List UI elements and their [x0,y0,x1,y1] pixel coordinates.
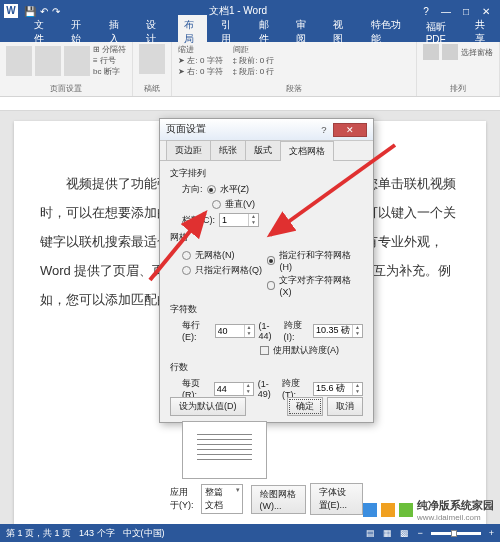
window-close-button[interactable]: ✕ [476,6,496,17]
grid-label: 网格 [170,231,363,244]
per-line-label: 每行(E): [182,319,211,342]
draw-grid-button[interactable]: 绘图网格(W)... [251,485,306,514]
dialog-help-button[interactable]: ? [315,124,333,135]
view-read-icon[interactable]: ▤ [366,528,375,538]
ribbon: ⊞ 分隔符 ≡ 行号 bc 断字 页面设置 稿纸 缩进 ➤ 左: 0 字符 ➤ … [0,42,500,97]
dialog-tab-margins[interactable]: 页边距 [166,140,211,160]
line-pitch-spinner[interactable]: ▲▼ [313,382,363,396]
font-settings-button[interactable]: 字体设置(E)... [310,483,363,515]
ruler[interactable] [0,97,500,111]
dialog-footer: 设为默认值(D) 确定 取消 [170,397,363,416]
paper-settings-button[interactable] [139,44,165,74]
group-label-paragraph: 段落 [178,83,410,94]
char-pitch-input[interactable] [314,325,352,337]
chars-section: 字符数 每行(E): ▲▼ (1-44) 跨度(I): ▲▼ 使用默认跨度(A) [170,303,363,357]
dialog-tab-layout[interactable]: 版式 [245,140,281,160]
per-page-input[interactable] [215,383,243,395]
radio-no-grid[interactable] [182,251,191,260]
line-numbers-button[interactable]: ≡ 行号 [93,55,126,66]
radio-no-grid-label: 无网格(N) [195,249,235,262]
per-line-range: (1-44) [259,321,280,341]
margins-button[interactable] [35,46,61,76]
zoom-slider[interactable] [431,532,481,535]
cancel-button[interactable]: 取消 [327,397,363,416]
wrap-text-button[interactable] [442,44,458,60]
watermark: 纯净版系统家园 www.idaimeil.com [363,498,494,522]
window-help-icon[interactable]: ? [416,6,436,17]
lines-section: 行数 每页(R): ▲▼ (1-49) 跨度(T): ▲▼ [170,361,363,400]
text-direction-button[interactable] [6,46,32,76]
status-page[interactable]: 第 1 页，共 1 页 [6,527,71,540]
group-label-paper: 稿纸 [139,83,165,94]
spacing-after-input[interactable]: ‡ 段后: 0 行 [233,66,275,77]
dialog-close-button[interactable]: ✕ [333,123,367,137]
dialog-titlebar[interactable]: 页面设置 ? ✕ [160,119,373,141]
ok-button[interactable]: 确定 [287,397,323,416]
radio-vertical[interactable] [212,200,221,209]
radio-horizontal-label: 水平(Z) [220,183,250,196]
ribbon-group-paragraph: 缩进 ➤ 左: 0 字符 ➤ 右: 0 字符 间距 ‡ 段前: 0 行 ‡ 段后… [172,42,417,96]
lines-label: 行数 [170,361,363,374]
per-page-spinner[interactable]: ▲▼ [214,382,254,396]
use-default-pitch-label: 使用默认跨度(A) [273,344,339,357]
view-print-icon[interactable]: ▦ [383,528,392,538]
dialog-title: 页面设置 [166,123,315,136]
apply-to-select[interactable]: 整篇文档 [201,484,243,514]
spacing-label: 间距 [233,44,275,55]
watermark-url: www.idaimeil.com [417,513,494,522]
indent-label: 缩进 [178,44,222,55]
zoom-out-button[interactable]: − [417,528,422,538]
window-minimize-button[interactable]: — [436,6,456,17]
radio-align-grid[interactable] [267,281,276,290]
radio-spec-grid-label: 指定行和字符网格(H) [279,249,363,272]
orientation-button[interactable] [64,46,90,76]
ribbon-group-paper: 稿纸 [133,42,172,96]
status-bar: 第 1 页，共 1 页 143 个字 中文(中国) ▤ ▦ ▩ − + [0,524,500,542]
position-button[interactable] [423,44,439,60]
per-line-spinner[interactable]: ▲▼ [215,324,255,338]
text-direction-label: 文字排列 [170,167,363,180]
radio-align-grid-label: 文字对齐字符网格(X) [279,274,363,297]
status-lang[interactable]: 中文(中国) [123,527,165,540]
window-maximize-button[interactable]: □ [456,6,476,17]
group-label-page-setup: 页面设置 [6,83,126,94]
columns-spinner[interactable]: ▲▼ [219,213,259,227]
app-icon: W [4,4,18,18]
radio-lines-only[interactable] [182,266,191,275]
text-direction-section: 文字排列 方向: 水平(Z) 垂直(V) 栏数(C): ▲▼ [170,167,363,227]
use-default-pitch-checkbox[interactable] [260,346,269,355]
selection-pane-button[interactable]: 选择窗格 [461,47,493,58]
direction-label: 方向: [182,183,203,196]
breaks-button[interactable]: ⊞ 分隔符 [93,44,126,55]
chars-label: 字符数 [170,303,363,316]
watermark-text: 纯净版系统家园 [417,498,494,513]
radio-spec-grid[interactable] [267,256,276,265]
dialog-tab-paper[interactable]: 纸张 [210,140,246,160]
watermark-icon [399,503,413,517]
spacing-before-input[interactable]: ‡ 段前: 0 行 [233,55,275,66]
ribbon-group-page-setup: ⊞ 分隔符 ≡ 行号 bc 断字 页面设置 [0,42,133,96]
status-words[interactable]: 143 个字 [79,527,115,540]
columns-label: 栏数(C): [182,214,215,227]
hyphenation-button[interactable]: bc 断字 [93,66,126,77]
page-setup-dialog: 页面设置 ? ✕ 页边距 纸张 版式 文档网格 文字排列 方向: 水平(Z) 垂… [159,118,374,423]
preview-box [182,421,267,479]
columns-input[interactable] [220,214,248,226]
line-pitch-input[interactable] [314,383,352,395]
char-pitch-spinner[interactable]: ▲▼ [313,324,363,338]
watermark-icon [381,503,395,517]
indent-left-input[interactable]: ➤ 左: 0 字符 [178,55,222,66]
view-web-icon[interactable]: ▩ [400,528,409,538]
grid-section: 网格 无网格(N) 只指定行网格(Q) 指定行和字符网格(H) 文字对齐字符网格… [170,231,363,299]
radio-vertical-label: 垂直(V) [225,198,255,211]
char-pitch-label: 跨度(I): [284,319,309,342]
radio-horizontal[interactable] [207,185,216,194]
dialog-body: 文字排列 方向: 水平(Z) 垂直(V) 栏数(C): ▲▼ 网格 无网格(N)… [160,161,373,523]
ribbon-tabs: 文件 开始 插入 设计 布局 引用 邮件 审阅 视图 特色功能 福昕PDF 共享 [0,22,500,42]
per-line-input[interactable] [216,325,244,337]
dialog-tab-grid[interactable]: 文档网格 [280,141,334,161]
zoom-in-button[interactable]: + [489,528,494,538]
set-default-button[interactable]: 设为默认值(D) [170,397,246,416]
dialog-tabs: 页边距 纸张 版式 文档网格 [160,141,373,161]
indent-right-input[interactable]: ➤ 右: 0 字符 [178,66,222,77]
